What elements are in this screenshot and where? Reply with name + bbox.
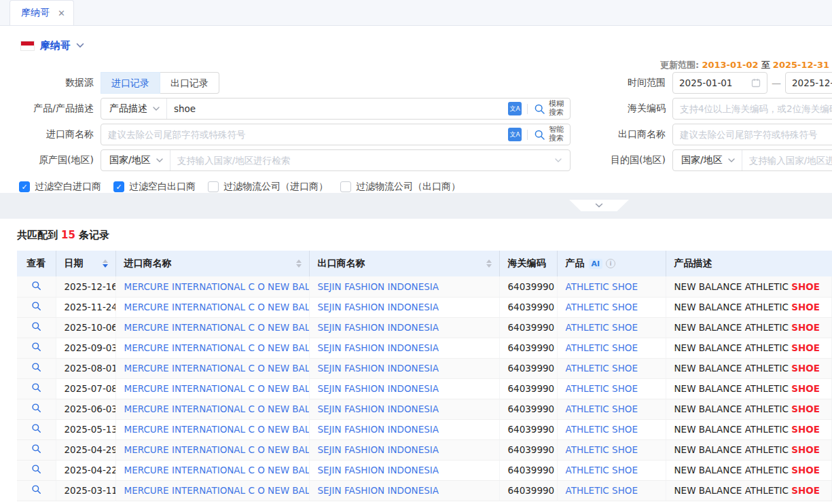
importer-link[interactable]: MERCURE INTERNATIONAL C O NEW BALA... <box>124 322 310 333</box>
importer-link[interactable]: MERCURE INTERNATIONAL C O NEW BALA... <box>124 363 310 374</box>
product-link[interactable]: ATHLETIC SHOE <box>566 444 638 455</box>
exporter-link[interactable]: SEJIN FASHION INDONESIA <box>318 403 439 414</box>
checkbox-label: 过滤物流公司（进口商） <box>223 181 328 193</box>
sort-exporter-control[interactable] <box>484 257 494 270</box>
product-link[interactable]: ATHLETIC SHOE <box>566 363 638 374</box>
sort-importer-control[interactable] <box>294 257 304 270</box>
data-source-option[interactable]: 进口记录 <box>101 72 160 94</box>
view-detail-button[interactable] <box>17 460 56 480</box>
view-detail-button[interactable] <box>17 338 56 358</box>
date-start-input[interactable]: 2025-01-01 <box>672 72 767 94</box>
view-detail-button[interactable] <box>17 399 56 419</box>
sort-date-control[interactable] <box>101 257 110 270</box>
exporter-link[interactable]: SEJIN FASHION INDONESIA <box>318 342 439 353</box>
view-detail-button[interactable] <box>17 419 56 439</box>
exporter-link[interactable]: SEJIN FASHION INDONESIA <box>318 424 439 435</box>
date-cell: 2025-07-08 <box>56 378 115 399</box>
table-header-row: 查看 日期 进口商名称 出口商名称 海关编码 产品AIi 产品描述 <box>17 251 832 276</box>
origin-type-select[interactable]: 国家/地区 <box>101 154 170 166</box>
importer-link[interactable]: MERCURE INTERNATIONAL C O NEW BALA... <box>124 424 310 435</box>
description-cell: NEW BALANCE ATHLETIC SHOE <box>666 276 832 297</box>
tab-monaco[interactable]: 摩纳哥 ✕ <box>10 0 74 25</box>
product-link[interactable]: ATHLETIC SHOE <box>566 424 638 435</box>
view-detail-icon <box>31 484 41 494</box>
view-detail-button[interactable] <box>17 358 56 378</box>
date-cell: 2025-12-16 <box>56 276 115 297</box>
view-detail-button[interactable] <box>17 378 56 399</box>
hs-code-cell: 64039990 <box>499 338 557 358</box>
product-link[interactable]: ATHLETIC SHOE <box>566 465 638 475</box>
product-link[interactable]: ATHLETIC SHOE <box>566 485 638 496</box>
calendar-icon[interactable] <box>751 78 761 88</box>
tab-close-icon[interactable]: ✕ <box>58 8 65 18</box>
filter-checkbox[interactable]: 过滤空白进口商 <box>19 181 101 193</box>
filter-checkbox[interactable]: 过滤物流公司（出口商） <box>340 181 460 193</box>
info-icon[interactable]: i <box>606 259 615 268</box>
exporter-input[interactable] <box>673 124 832 145</box>
view-detail-button[interactable] <box>17 439 56 460</box>
highlighted-keyword: SHOE <box>791 444 820 455</box>
destination-label: 目的国(地区) <box>611 154 672 166</box>
exporter-link[interactable]: SEJIN FASHION INDONESIA <box>318 383 439 394</box>
product-link[interactable]: ATHLETIC SHOE <box>566 403 638 414</box>
product-link[interactable]: ATHLETIC SHOE <box>566 383 638 394</box>
exporter-link[interactable]: SEJIN FASHION INDONESIA <box>318 322 439 333</box>
exporter-link[interactable]: SEJIN FASHION INDONESIA <box>318 363 439 374</box>
view-detail-button[interactable] <box>17 297 56 317</box>
data-source-option[interactable]: 出口记录 <box>160 72 219 94</box>
product-link[interactable]: ATHLETIC SHOE <box>566 281 638 292</box>
product-cell: ATHLETIC SHOE <box>557 358 666 378</box>
exporter-link[interactable]: SEJIN FASHION INDONESIA <box>318 465 439 475</box>
collapse-filters-button[interactable] <box>569 200 629 211</box>
importer-link[interactable]: MERCURE INTERNATIONAL C O NEW BALA... <box>124 281 310 292</box>
header-view: 查看 <box>17 251 56 276</box>
view-detail-button[interactable] <box>17 317 56 338</box>
importer-link[interactable]: MERCURE INTERNATIONAL C O NEW BALA... <box>124 403 310 414</box>
importer-link[interactable]: MERCURE INTERNATIONAL C O NEW BALA... <box>124 342 310 353</box>
chevron-down-icon[interactable] <box>555 158 562 162</box>
importer-link[interactable]: MERCURE INTERNATIONAL C O NEW BALA... <box>124 485 310 496</box>
country-selector[interactable]: 摩纳哥 <box>40 39 71 52</box>
table-row: 2025-04-22 MERCURE INTERNATIONAL C O NEW… <box>17 460 832 480</box>
product-search-input[interactable] <box>167 98 508 119</box>
destination-type-select[interactable]: 国家/地区 <box>673 154 742 166</box>
exporter-link[interactable]: SEJIN FASHION INDONESIA <box>318 485 439 496</box>
exporter-link[interactable]: SEJIN FASHION INDONESIA <box>318 281 439 292</box>
highlighted-keyword: SHOE <box>791 485 820 496</box>
checkbox-icon[interactable] <box>19 181 30 192</box>
checkbox-icon[interactable] <box>113 181 124 192</box>
product-type-select[interactable]: 产品描述 <box>101 103 166 115</box>
table-row: 2025-09-03 MERCURE INTERNATIONAL C O NEW… <box>17 338 832 358</box>
smart-search-button[interactable]: 智能搜索 <box>528 126 570 143</box>
exporter-link[interactable]: SEJIN FASHION INDONESIA <box>318 444 439 455</box>
table-row: 2025-06-03 MERCURE INTERNATIONAL C O NEW… <box>17 399 832 419</box>
date-end-input[interactable]: 2025-12-31 <box>785 72 832 94</box>
view-detail-button[interactable] <box>17 480 56 501</box>
chevron-down-icon[interactable] <box>76 43 84 48</box>
importer-search-input[interactable] <box>101 124 508 145</box>
importer-link[interactable]: MERCURE INTERNATIONAL C O NEW BALA... <box>124 465 310 475</box>
origin-input[interactable] <box>170 150 555 170</box>
update-range-start: 2013-01-02 <box>702 60 758 70</box>
filter-checkbox[interactable]: 过滤空白出口商 <box>113 181 196 193</box>
filter-checkbox[interactable]: 过滤物流公司（进口商） <box>208 181 328 193</box>
destination-input[interactable] <box>742 150 832 170</box>
product-link[interactable]: ATHLETIC SHOE <box>566 342 638 353</box>
exporter-cell: SEJIN FASHION INDONESIA <box>309 419 499 439</box>
product-link[interactable]: ATHLETIC SHOE <box>566 302 638 312</box>
hs-code-field <box>672 98 832 120</box>
view-detail-button[interactable] <box>17 276 56 297</box>
hs-code-input[interactable] <box>673 98 832 119</box>
importer-link[interactable]: MERCURE INTERNATIONAL C O NEW BALA... <box>124 444 310 455</box>
hs-code-cell: 64039990 <box>499 480 557 501</box>
checkbox-icon[interactable] <box>208 181 219 192</box>
exporter-link[interactable]: SEJIN FASHION INDONESIA <box>318 302 439 312</box>
product-link[interactable]: ATHLETIC SHOE <box>566 322 638 333</box>
checkbox-icon[interactable] <box>340 181 351 192</box>
importer-link[interactable]: MERCURE INTERNATIONAL C O NEW BALA... <box>124 383 310 394</box>
fuzzy-search-button[interactable]: 模糊搜索 <box>528 100 570 117</box>
translate-icon[interactable]: 文A <box>508 102 522 115</box>
exporter-cell: SEJIN FASHION INDONESIA <box>309 297 499 317</box>
translate-icon[interactable]: 文A <box>508 128 522 141</box>
importer-link[interactable]: MERCURE INTERNATIONAL C O NEW BALA... <box>124 302 310 312</box>
